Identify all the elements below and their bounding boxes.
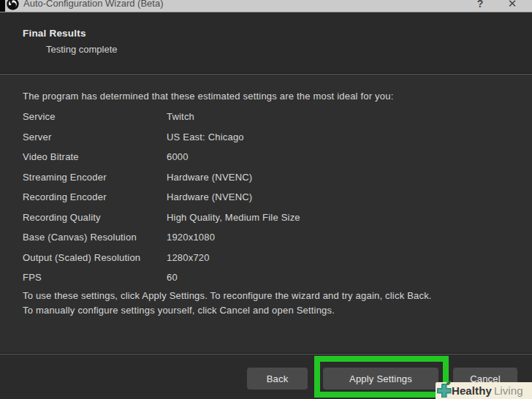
table-row: FPS 60 bbox=[23, 267, 517, 288]
back-button[interactable]: Back bbox=[247, 368, 308, 390]
apply-settings-button[interactable]: Apply Settings bbox=[323, 368, 438, 390]
setting-value: Hardware (NVENC) bbox=[167, 172, 252, 183]
instructions-line2: To manually configure settings yourself,… bbox=[23, 303, 522, 318]
window-title: Auto-Configuration Wizard (Beta) bbox=[23, 0, 163, 11]
watermark-badge: Healthy Living bbox=[436, 382, 532, 399]
setting-label: FPS bbox=[23, 272, 167, 283]
instructions-text: To use these settings, click Apply Setti… bbox=[23, 289, 522, 318]
obs-logo-icon bbox=[7, 0, 19, 10]
instructions-line1: To use these settings, click Apply Setti… bbox=[23, 289, 522, 303]
results-body: The program has determined that these es… bbox=[0, 75, 532, 353]
screenshot-edge-strip bbox=[0, 0, 5, 12]
table-row: Video Bitrate 6000 bbox=[23, 147, 517, 167]
page-title: Final Results bbox=[23, 28, 86, 39]
setting-label: Output (Scaled) Resolution bbox=[23, 252, 167, 263]
setting-label: Recording Encoder bbox=[23, 191, 167, 202]
table-row: Recording Encoder Hardware (NVENC) bbox=[23, 187, 517, 208]
watermark-text-bold: Healthy bbox=[452, 384, 492, 397]
wizard-header: Final Results Testing complete bbox=[0, 12, 532, 74]
table-row: Output (Scaled) Resolution 1280x720 bbox=[23, 248, 517, 268]
setting-label: Video Bitrate bbox=[23, 151, 167, 162]
setting-value: Twitch bbox=[167, 111, 194, 122]
table-row: Base (Canvas) Resolution 1920x1080 bbox=[23, 227, 517, 248]
setting-value: Hardware (NVENC) bbox=[167, 191, 252, 202]
table-row: Server US East: Chicago bbox=[23, 127, 517, 148]
settings-table: Service Twitch Server US East: Chicago V… bbox=[23, 107, 517, 288]
setting-label: Service bbox=[23, 111, 167, 122]
setting-value: 1280x720 bbox=[167, 252, 210, 263]
footer-separator bbox=[0, 353, 532, 354]
table-row: Streaming Encoder Hardware (NVENC) bbox=[23, 167, 517, 188]
setting-label: Streaming Encoder bbox=[23, 172, 167, 183]
watermark-text-light: Living bbox=[494, 384, 523, 397]
table-row: Service Twitch bbox=[23, 107, 517, 127]
titlebar: Auto-Configuration Wizard (Beta) ? ✕ bbox=[0, 0, 532, 12]
setting-label: Server bbox=[23, 132, 167, 142]
page-subtitle: Testing complete bbox=[46, 44, 118, 55]
help-button[interactable]: ? bbox=[471, 0, 490, 12]
table-row: Recording Quality High Quality, Medium F… bbox=[23, 208, 517, 228]
setting-label: Base (Canvas) Resolution bbox=[23, 232, 167, 243]
auto-config-wizard-window: Auto-Configuration Wizard (Beta) ? ✕ Fin… bbox=[0, 0, 532, 399]
intro-text: The program has determined that these es… bbox=[23, 91, 517, 102]
setting-value: 60 bbox=[167, 272, 178, 283]
setting-value: 1920x1080 bbox=[167, 232, 215, 243]
setting-value: High Quality, Medium File Size bbox=[167, 212, 300, 223]
close-button[interactable]: ✕ bbox=[503, 0, 522, 12]
setting-value: 6000 bbox=[167, 151, 189, 162]
setting-value: US East: Chicago bbox=[167, 132, 244, 142]
medical-cross-leaf-icon bbox=[435, 379, 454, 398]
setting-label: Recording Quality bbox=[23, 212, 167, 223]
